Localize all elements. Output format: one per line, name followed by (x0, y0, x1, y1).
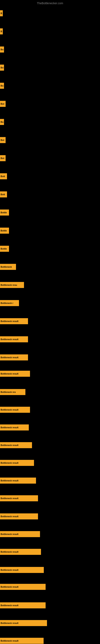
bar-row-3: Bo (0, 46, 4, 53)
bars-container: BBBoBoBoBotBoBotBotBottBottBottleBottleB… (0, 4, 100, 6)
bar-label-text-3: Bo (0, 48, 3, 51)
bar-label-text-10: Bott (0, 175, 5, 178)
bar-label-31: Bottleneck result (0, 549, 41, 555)
bar-row-18: Bottleneck result (0, 318, 28, 324)
bar-label-text-6: Bot (0, 103, 4, 105)
bar-label-35: Bottleneck result (0, 620, 47, 626)
bar-label-2: B (0, 28, 3, 34)
bar-label-28: Bottleneck result (0, 495, 38, 501)
bar-row-35: Bottleneck result (0, 620, 47, 626)
bar-label-text-24: Bottleneck result (0, 426, 18, 429)
bar-label-text-35: Bottleneck result (0, 622, 18, 624)
bar-row-1: B (0, 10, 3, 16)
bar-label-18: Bottleneck result (0, 318, 28, 324)
bar-row-4: Bo (0, 64, 4, 71)
bar-label-text-34: Bottleneck result (0, 604, 18, 606)
bar-label-32: Bottleneck result (0, 567, 44, 573)
bar-label-text-19: Bottleneck result (0, 338, 18, 340)
bar-label-19: Bottleneck result (0, 336, 28, 342)
bar-label-text-36: Bottleneck result (0, 640, 18, 642)
bar-label-text-13: Bottle (0, 230, 7, 232)
bar-label-text-21: Bottleneck result (0, 372, 18, 375)
bar-label-text-29: Bottleneck result (0, 515, 18, 518)
bar-label-13: Bottle (0, 228, 9, 234)
bar-row-7: Bo (0, 119, 4, 125)
bar-label-text-33: Bottleneck result (0, 586, 18, 588)
bar-label-text-18: Bottleneck result (0, 320, 18, 322)
bar-row-6: Bot (0, 100, 6, 107)
bar-label-text-26: Bottleneck result (0, 462, 18, 464)
bar-label-text-12: Bottle (0, 211, 7, 214)
bar-row-33: Bottleneck result (0, 584, 46, 590)
bar-label-text-28: Bottleneck result (0, 497, 18, 500)
bar-label-25: Bottleneck result (0, 442, 32, 448)
bar-label-text-9: Bot (0, 157, 4, 160)
bar-row-2: B (0, 28, 3, 34)
bar-label-5: Bo (0, 83, 4, 89)
bar-label-22: Bottleneck res (0, 389, 25, 395)
bar-label-33: Bottleneck result (0, 584, 46, 590)
bar-row-20: Bottleneck result (0, 354, 28, 361)
bar-label-17: Bottleneck r (0, 300, 19, 306)
bar-label-10: Bott (0, 173, 7, 179)
bar-label-24: Bottleneck result (0, 424, 29, 430)
bar-label-21: Bottleneck result (0, 371, 30, 377)
bar-label-text-25: Bottleneck result (0, 444, 18, 446)
bar-row-28: Bottleneck result (0, 495, 38, 502)
bar-label-text-30: Bottleneck result (0, 533, 18, 535)
bar-label-text-8: Bot (0, 139, 4, 141)
bar-row-19: Bottleneck result (0, 336, 28, 342)
bar-label-23: Bottleneck result (0, 407, 30, 413)
bar-label-text-31: Bottleneck result (0, 550, 18, 553)
bar-label-36: Bottleneck result (0, 638, 44, 644)
bar-row-21: Bottleneck result (0, 370, 30, 377)
bar-label-text-2: B (0, 30, 2, 32)
bar-row-10: Bott (0, 173, 7, 180)
bar-label-9: Bot (0, 155, 6, 161)
bar-row-9: Bot (0, 155, 6, 162)
bar-label-4: Bo (0, 64, 4, 71)
bar-row-8: Bot (0, 137, 6, 143)
bar-row-29: Bottleneck result (0, 513, 38, 520)
bar-label-text-27: Bottleneck result (0, 480, 18, 482)
bar-label-29: Bottleneck result (0, 514, 38, 520)
bar-row-5: Bo (0, 82, 4, 89)
bar-row-26: Bottleneck result (0, 460, 34, 466)
bar-label-20: Bottleneck result (0, 354, 28, 360)
bar-label-text-15: Bottleneck (0, 266, 12, 268)
bar-row-15: Bottleneck (0, 264, 16, 270)
bar-label-16: Bottleneck resu (0, 282, 24, 288)
bar-row-32: Bottleneck result (0, 567, 44, 573)
bar-label-text-16: Bottleneck resu (0, 284, 17, 286)
bar-label-1: B (0, 10, 3, 16)
bar-label-34: Bottleneck result (0, 602, 46, 608)
bar-row-34: Bottleneck result (0, 602, 46, 608)
bar-row-36: Bottleneck result (0, 638, 44, 644)
bar-row-17: Bottleneck r (0, 300, 19, 306)
bar-row-11: Bott (0, 191, 7, 198)
bar-label-11: Bott (0, 192, 7, 198)
bar-row-25: Bottleneck result (0, 442, 32, 448)
bar-label-8: Bot (0, 137, 6, 143)
bar-label-text-7: Bo (0, 121, 3, 123)
bar-label-text-14: Bottle (0, 248, 7, 250)
bar-row-23: Bottleneck result (0, 406, 30, 413)
bar-label-text-20: Bottleneck result (0, 356, 18, 359)
bar-label-6: Bot (0, 101, 6, 107)
bar-row-30: Bottleneck result (0, 531, 40, 537)
bar-row-31: Bottleneck result (0, 548, 41, 555)
bar-row-12: Bottle (0, 209, 9, 216)
bar-label-text-4: Bo (0, 66, 3, 69)
bar-label-text-17: Bottleneck r (0, 302, 13, 304)
bar-label-27: Bottleneck result (0, 478, 36, 484)
bar-label-15: Bottleneck (0, 264, 16, 270)
bar-row-27: Bottleneck result (0, 477, 36, 484)
bar-label-text-32: Bottleneck result (0, 569, 18, 571)
bar-label-text-22: Bottleneck res (0, 391, 16, 393)
bar-row-24: Bottleneck result (0, 424, 29, 431)
bar-label-text-1: B (0, 12, 2, 14)
bar-row-14: Bottle (0, 246, 9, 252)
bar-label-30: Bottleneck result (0, 531, 40, 537)
bar-label-text-5: Bo (0, 84, 3, 87)
bar-label-text-23: Bottleneck result (0, 408, 18, 411)
